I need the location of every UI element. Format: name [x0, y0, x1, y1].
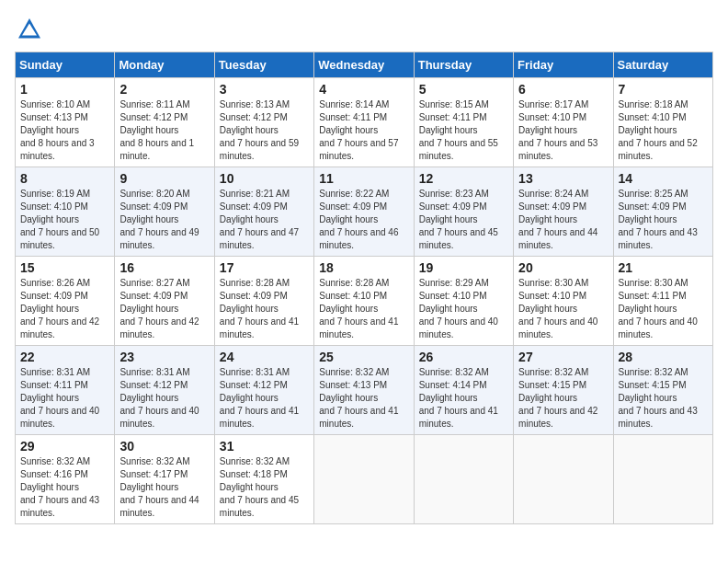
day-number: 17 — [220, 260, 309, 275]
day-number: 23 — [119, 350, 209, 364]
day-cell: 29 Sunrise: 8:32 AM Sunset: 4:16 PM Dayl… — [16, 435, 115, 524]
day-number: 25 — [319, 350, 408, 364]
day-detail: Sunrise: 8:15 AM Sunset: 4:11 PM Dayligh… — [419, 98, 508, 163]
day-detail: Sunrise: 8:30 AM Sunset: 4:10 PM Dayligh… — [518, 277, 608, 341]
day-number: 1 — [20, 82, 109, 97]
day-cell: 3 Sunrise: 8:13 AM Sunset: 4:12 PM Dayli… — [214, 78, 313, 167]
day-number: 5 — [419, 82, 508, 97]
header-thursday: Thursday — [414, 52, 513, 78]
day-detail: Sunrise: 8:23 AM Sunset: 4:09 PM Dayligh… — [419, 188, 508, 252]
day-detail: Sunrise: 8:32 AM Sunset: 4:15 PM Dayligh… — [518, 366, 608, 431]
day-detail: Sunrise: 8:25 AM Sunset: 4:09 PM Dayligh… — [619, 188, 708, 252]
day-number: 12 — [419, 171, 508, 186]
day-detail: Sunrise: 8:31 AM Sunset: 4:12 PM Dayligh… — [119, 366, 209, 431]
day-cell: 12 Sunrise: 8:23 AM Sunset: 4:09 PM Dayl… — [414, 167, 513, 257]
day-cell: 25 Sunrise: 8:32 AM Sunset: 4:13 PM Dayl… — [314, 346, 414, 435]
day-cell: 22 Sunrise: 8:31 AM Sunset: 4:11 PM Dayl… — [16, 346, 115, 435]
header-friday: Friday — [514, 52, 613, 78]
day-detail: Sunrise: 8:32 AM Sunset: 4:14 PM Dayligh… — [419, 366, 508, 431]
day-detail: Sunrise: 8:27 AM Sunset: 4:09 PM Dayligh… — [119, 277, 209, 341]
day-detail: Sunrise: 8:32 AM Sunset: 4:17 PM Dayligh… — [119, 455, 209, 520]
day-cell: 28 Sunrise: 8:32 AM Sunset: 4:15 PM Dayl… — [613, 346, 712, 435]
day-detail: Sunrise: 8:24 AM Sunset: 4:09 PM Dayligh… — [518, 188, 608, 252]
day-cell: 20 Sunrise: 8:30 AM Sunset: 4:10 PM Dayl… — [514, 257, 613, 346]
day-number: 20 — [518, 260, 608, 275]
day-detail: Sunrise: 8:11 AM Sunset: 4:12 PM Dayligh… — [119, 98, 209, 163]
day-cell: 31 Sunrise: 8:32 AM Sunset: 4:18 PM Dayl… — [214, 435, 313, 524]
day-cell: 18 Sunrise: 8:28 AM Sunset: 4:10 PM Dayl… — [314, 257, 414, 346]
day-number: 22 — [20, 350, 109, 364]
day-detail: Sunrise: 8:32 AM Sunset: 4:18 PM Dayligh… — [220, 455, 309, 520]
day-detail: Sunrise: 8:31 AM Sunset: 4:11 PM Dayligh… — [20, 366, 109, 431]
day-cell — [613, 435, 712, 524]
day-number: 6 — [518, 82, 608, 97]
week-row-3: 15 Sunrise: 8:26 AM Sunset: 4:09 PM Dayl… — [16, 257, 713, 346]
day-number: 19 — [419, 260, 508, 275]
day-number: 8 — [20, 171, 109, 186]
day-cell: 13 Sunrise: 8:24 AM Sunset: 4:09 PM Dayl… — [514, 167, 613, 257]
day-cell: 11 Sunrise: 8:22 AM Sunset: 4:09 PM Dayl… — [314, 167, 414, 257]
day-number: 29 — [20, 439, 109, 454]
day-detail: Sunrise: 8:13 AM Sunset: 4:12 PM Dayligh… — [220, 98, 309, 163]
day-number: 2 — [119, 82, 209, 97]
day-cell: 1 Sunrise: 8:10 AM Sunset: 4:13 PM Dayli… — [16, 78, 115, 167]
calendar: SundayMondayTuesdayWednesdayThursdayFrid… — [15, 52, 713, 524]
day-number: 11 — [319, 171, 408, 186]
day-detail: Sunrise: 8:30 AM Sunset: 4:11 PM Dayligh… — [619, 277, 708, 341]
day-detail: Sunrise: 8:18 AM Sunset: 4:10 PM Dayligh… — [619, 98, 708, 163]
day-detail: Sunrise: 8:29 AM Sunset: 4:10 PM Dayligh… — [419, 277, 508, 341]
day-number: 4 — [319, 82, 408, 97]
day-detail: Sunrise: 8:14 AM Sunset: 4:11 PM Dayligh… — [319, 98, 408, 163]
week-row-4: 22 Sunrise: 8:31 AM Sunset: 4:11 PM Dayl… — [16, 346, 713, 435]
day-cell: 6 Sunrise: 8:17 AM Sunset: 4:10 PM Dayli… — [514, 78, 613, 167]
day-number: 15 — [20, 260, 109, 275]
header-wednesday: Wednesday — [314, 52, 414, 78]
day-cell: 21 Sunrise: 8:30 AM Sunset: 4:11 PM Dayl… — [613, 257, 712, 346]
day-cell — [514, 435, 613, 524]
day-detail: Sunrise: 8:17 AM Sunset: 4:10 PM Dayligh… — [518, 98, 608, 163]
header-sunday: Sunday — [16, 52, 115, 78]
day-detail: Sunrise: 8:32 AM Sunset: 4:16 PM Dayligh… — [20, 455, 109, 520]
day-cell: 5 Sunrise: 8:15 AM Sunset: 4:11 PM Dayli… — [414, 78, 513, 167]
day-cell: 10 Sunrise: 8:21 AM Sunset: 4:09 PM Dayl… — [214, 167, 313, 257]
day-number: 9 — [119, 171, 209, 186]
day-number: 27 — [518, 350, 608, 364]
day-number: 7 — [619, 82, 708, 97]
day-number: 10 — [220, 171, 309, 186]
logo-icon — [15, 15, 44, 44]
day-cell: 2 Sunrise: 8:11 AM Sunset: 4:12 PM Dayli… — [115, 78, 214, 167]
day-cell: 7 Sunrise: 8:18 AM Sunset: 4:10 PM Dayli… — [613, 78, 712, 167]
day-cell: 9 Sunrise: 8:20 AM Sunset: 4:09 PM Dayli… — [115, 167, 214, 257]
day-detail: Sunrise: 8:28 AM Sunset: 4:09 PM Dayligh… — [220, 277, 309, 341]
header-monday: Monday — [115, 52, 214, 78]
day-number: 26 — [419, 350, 508, 364]
day-number: 30 — [119, 439, 209, 454]
page-header — [15, 15, 713, 44]
day-cell: 17 Sunrise: 8:28 AM Sunset: 4:09 PM Dayl… — [214, 257, 313, 346]
day-cell: 4 Sunrise: 8:14 AM Sunset: 4:11 PM Dayli… — [314, 78, 414, 167]
day-detail: Sunrise: 8:10 AM Sunset: 4:13 PM Dayligh… — [20, 98, 109, 163]
day-cell: 23 Sunrise: 8:31 AM Sunset: 4:12 PM Dayl… — [115, 346, 214, 435]
day-number: 16 — [119, 260, 209, 275]
day-cell: 19 Sunrise: 8:29 AM Sunset: 4:10 PM Dayl… — [414, 257, 513, 346]
day-number: 13 — [518, 171, 608, 186]
day-detail: Sunrise: 8:31 AM Sunset: 4:12 PM Dayligh… — [220, 366, 309, 431]
day-detail: Sunrise: 8:21 AM Sunset: 4:09 PM Dayligh… — [220, 188, 309, 252]
day-number: 18 — [319, 260, 408, 275]
day-cell: 30 Sunrise: 8:32 AM Sunset: 4:17 PM Dayl… — [115, 435, 214, 524]
day-detail: Sunrise: 8:19 AM Sunset: 4:10 PM Dayligh… — [20, 188, 109, 252]
header-saturday: Saturday — [613, 52, 712, 78]
day-number: 3 — [220, 82, 309, 97]
day-cell — [414, 435, 513, 524]
week-row-1: 1 Sunrise: 8:10 AM Sunset: 4:13 PM Dayli… — [16, 78, 713, 167]
day-number: 24 — [220, 350, 309, 364]
day-cell: 24 Sunrise: 8:31 AM Sunset: 4:12 PM Dayl… — [214, 346, 313, 435]
day-detail: Sunrise: 8:32 AM Sunset: 4:15 PM Dayligh… — [619, 366, 708, 431]
day-number: 21 — [619, 260, 708, 275]
day-number: 14 — [619, 171, 708, 186]
day-detail: Sunrise: 8:20 AM Sunset: 4:09 PM Dayligh… — [119, 188, 209, 252]
day-number: 28 — [619, 350, 708, 364]
day-detail: Sunrise: 8:28 AM Sunset: 4:10 PM Dayligh… — [319, 277, 408, 341]
day-detail: Sunrise: 8:32 AM Sunset: 4:13 PM Dayligh… — [319, 366, 408, 431]
logo — [15, 15, 48, 44]
